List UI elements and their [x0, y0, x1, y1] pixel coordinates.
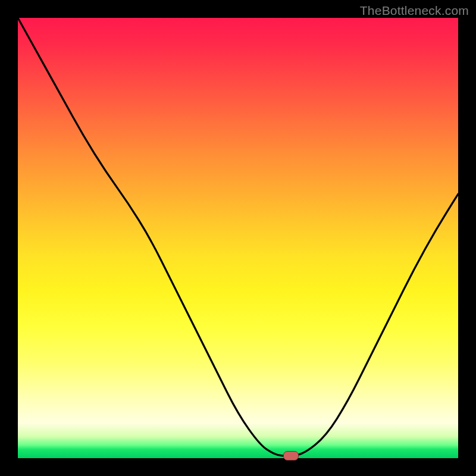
watermark-text: TheBottleneck.com [360, 4, 469, 18]
plot-area [18, 18, 458, 458]
bottleneck-curve [18, 18, 458, 458]
chart-frame: TheBottleneck.com [0, 0, 476, 476]
bottleneck-marker [283, 451, 299, 461]
